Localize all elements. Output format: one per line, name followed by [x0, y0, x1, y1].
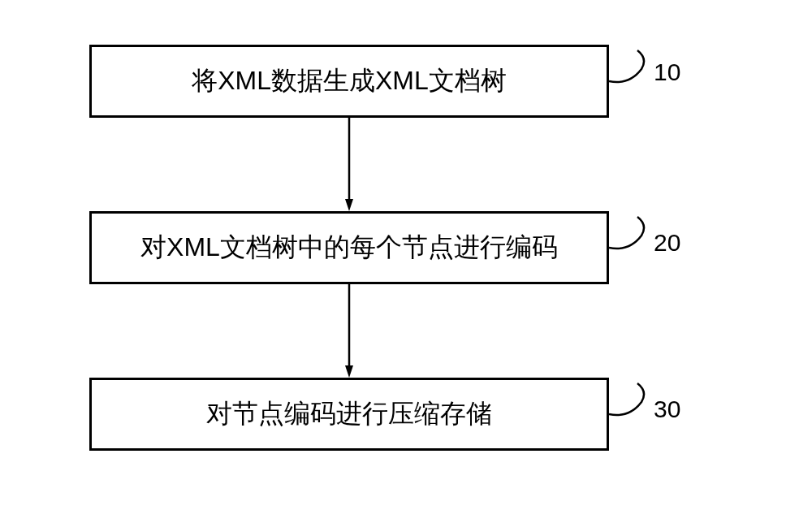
connector-curve-30	[609, 382, 654, 422]
step-box-3: 对节点编码进行压缩存储	[89, 378, 609, 451]
step-box-1: 将XML数据生成XML文档树	[89, 45, 609, 118]
svg-marker-1	[345, 199, 353, 211]
flowchart-diagram: 将XML数据生成XML文档树 10 对XML文档树中的每个节点进行编码 20 对…	[0, 0, 812, 523]
step-label-10: 10	[654, 58, 680, 86]
svg-marker-3	[345, 365, 353, 378]
step-2-text: 对XML文档树中的每个节点进行编码	[140, 230, 558, 266]
step-label-20: 20	[654, 229, 680, 257]
connector-curve-20	[609, 215, 654, 256]
step-box-2: 对XML文档树中的每个节点进行编码	[89, 211, 609, 284]
arrow-2-to-3	[345, 284, 353, 378]
step-3-text: 对节点编码进行压缩存储	[206, 396, 492, 432]
connector-curve-10	[609, 49, 654, 89]
step-1-text: 将XML数据生成XML文档树	[192, 63, 507, 99]
step-label-30: 30	[654, 395, 680, 423]
arrow-1-to-2	[345, 118, 353, 211]
